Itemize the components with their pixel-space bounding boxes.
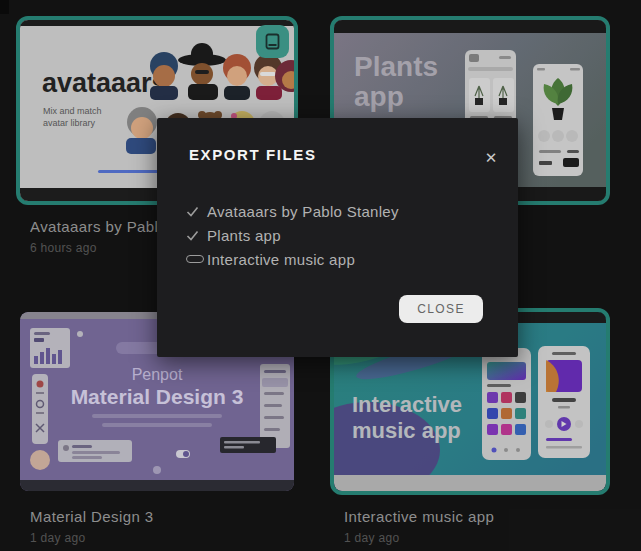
export-file-list: Avataaars by Pablo Stanley Plants app In… [186,199,486,271]
dashboard-page: avataaars Mix and match avatar library [0,0,641,551]
close-button[interactable]: CLOSE [399,295,483,323]
export-item-label: Interactive music app [207,251,355,268]
check-icon [186,205,207,218]
export-files-modal: ✕ EXPORT FILES Avataaars by Pablo Stanle… [157,118,518,357]
progress-pill-icon [186,255,207,263]
export-item-label: Plants app [207,227,281,244]
close-icon[interactable]: ✕ [480,147,502,169]
export-item: Plants app [186,223,486,247]
export-item: Interactive music app [186,247,486,271]
export-item: Avataaars by Pablo Stanley [186,199,486,223]
export-item-label: Avataaars by Pablo Stanley [207,203,399,220]
check-icon [186,229,207,242]
modal-title: EXPORT FILES [189,146,317,163]
